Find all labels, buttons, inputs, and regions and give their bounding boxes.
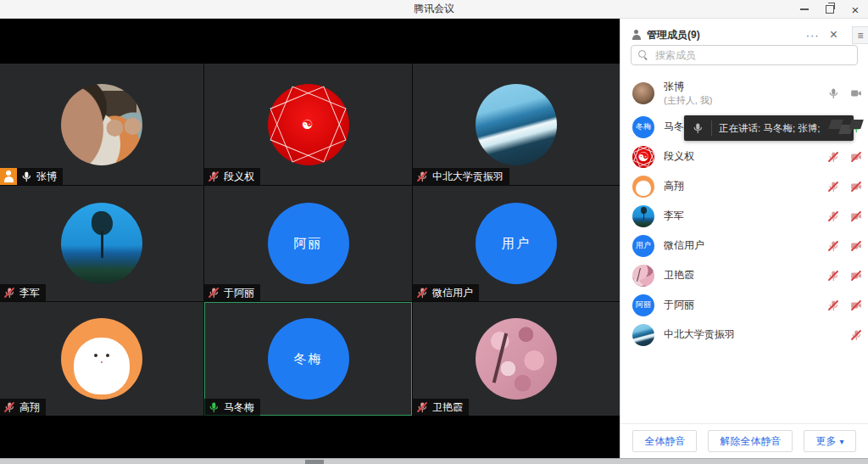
more-button[interactable]: 更多▾ [804,430,855,452]
members-icon [631,30,642,41]
member-avatar [632,205,654,227]
participant-name: 李军 [19,286,40,300]
mic-icon [416,401,428,413]
participant-name: 高翔 [19,400,40,415]
minimize-icon [800,8,809,10]
tile-name-label: 于阿丽 [204,284,260,301]
tile-name-label: 李军 [0,284,46,301]
tile-name-label: 马冬梅 [204,399,260,416]
mic-icon [3,287,15,299]
host-badge-icon [0,168,17,185]
mic-icon [208,401,220,413]
video-tile[interactable]: 阿丽 于阿丽 [204,186,412,301]
member-row[interactable]: 用户 微信用户 [620,231,868,260]
panel-more-icon[interactable]: ··· [803,29,823,42]
restore-button[interactable] [817,0,843,19]
member-avatar [632,82,654,104]
video-tile[interactable]: 卫艳霞 [413,302,620,416]
video-tile[interactable]: ☯ 段义权 [204,64,412,185]
search-icon [638,50,648,60]
video-grid: 张博 ☯ 段义权 中北大学贡振羽 [0,64,620,416]
mic-icon [20,171,32,182]
speaking-indicator-tooltip: 正在讲话: 马冬梅; 张博; [684,115,854,141]
panel-menu-icon[interactable]: ≡ [852,26,868,44]
camera-icon[interactable] [850,210,862,222]
member-role: (主持人, 我) [664,94,818,106]
member-name: 李军 [664,210,818,223]
minimize-button[interactable] [792,0,817,19]
panel-close-icon[interactable]: × [828,28,839,42]
participant-avatar: 冬梅 [268,318,349,400]
member-row[interactable]: 张博 (主持人, 我) [620,75,868,112]
tile-name-label: 中北大学贡振羽 [413,168,509,185]
unmute-all-button[interactable]: 解除全体静音 [708,430,793,452]
taskbar-item [305,460,324,464]
member-name: 微信用户 [664,239,818,253]
member-avatar [632,176,654,198]
mic-icon[interactable] [827,240,839,252]
video-tile[interactable]: 冬梅 马冬梅 [204,302,412,416]
member-search [631,45,858,65]
video-tile[interactable]: 李军 [0,186,203,301]
tile-name-label: 卫艳霞 [413,399,469,416]
window-titlebar: 腾讯会议 × [0,0,868,19]
video-tile[interactable]: 张博 [0,64,203,185]
video-tile[interactable]: 中北大学贡振羽 [413,64,620,185]
mic-icon[interactable] [827,181,839,193]
mic-icon[interactable] [850,329,862,341]
video-tile[interactable]: 用户 微信用户 [413,186,620,301]
mic-icon[interactable] [827,87,839,99]
mic-icon [208,171,220,182]
member-name: 高翔 [664,180,818,193]
member-name: 中北大学贡振羽 [664,328,841,342]
camera-icon[interactable] [850,181,862,193]
member-row[interactable]: ☯ 段义权 [620,142,868,171]
member-avatar: 冬梅 [632,116,654,138]
chevron-down-icon: ▾ [839,437,843,446]
member-name: 张博 [664,81,818,94]
mic-icon [416,171,428,182]
member-avatar [632,265,654,287]
tile-name-label: 张博 [0,168,63,185]
search-input[interactable] [654,48,850,62]
mic-icon[interactable] [827,299,839,311]
camera-icon[interactable] [850,299,862,311]
member-avatar [632,324,654,346]
camera-icon[interactable] [850,87,862,99]
close-icon: × [852,3,860,16]
mute-all-button[interactable]: 全体静音 [632,430,697,452]
close-button[interactable]: × [843,0,868,19]
panel-header: 管理成员(9) ··· × [620,19,868,43]
video-area: 张博 ☯ 段义权 中北大学贡振羽 [0,19,620,458]
participant-name: 马冬梅 [224,400,254,415]
mic-icon[interactable] [827,151,839,163]
participant-name: 段义权 [224,170,254,184]
member-avatar: 阿丽 [632,294,654,316]
camera-icon[interactable] [850,151,862,163]
camera-icon[interactable] [850,240,862,252]
member-row[interactable]: 高翔 [620,171,868,201]
window-title: 腾讯会议 [414,2,454,16]
mic-icon[interactable] [827,270,839,282]
participant-avatar: ☯ [268,84,349,165]
member-avatar: ☯ [632,146,654,168]
panel-title: 管理成员(9) [647,28,798,42]
member-row[interactable]: 中北大学贡振羽 [620,320,868,349]
member-management-panel: 管理成员(9) ··· × ≡ 张博 (主持人, 我) 冬梅 马冬梅 [620,19,868,458]
speaking-text: 正在讲话: 马冬梅; 张博; [712,122,826,135]
member-avatar: 用户 [632,235,654,257]
participant-avatar [61,318,142,400]
member-row[interactable]: 李军 [620,201,868,231]
camera-icon[interactable] [850,270,862,282]
member-name: 卫艳霞 [664,269,818,282]
participant-avatar [476,318,557,400]
mic-icon[interactable] [827,210,839,222]
taskbar-strip [0,458,868,464]
member-name: 于阿丽 [664,299,818,312]
member-row[interactable]: 卫艳霞 [620,260,868,290]
participant-name: 中北大学贡振羽 [432,170,504,184]
panel-footer: 全体静音 解除全体静音 更多▾ [620,423,868,458]
member-row[interactable]: 阿丽 于阿丽 [620,290,868,320]
participant-name: 微信用户 [432,286,473,300]
video-tile[interactable]: 高翔 [0,302,203,416]
